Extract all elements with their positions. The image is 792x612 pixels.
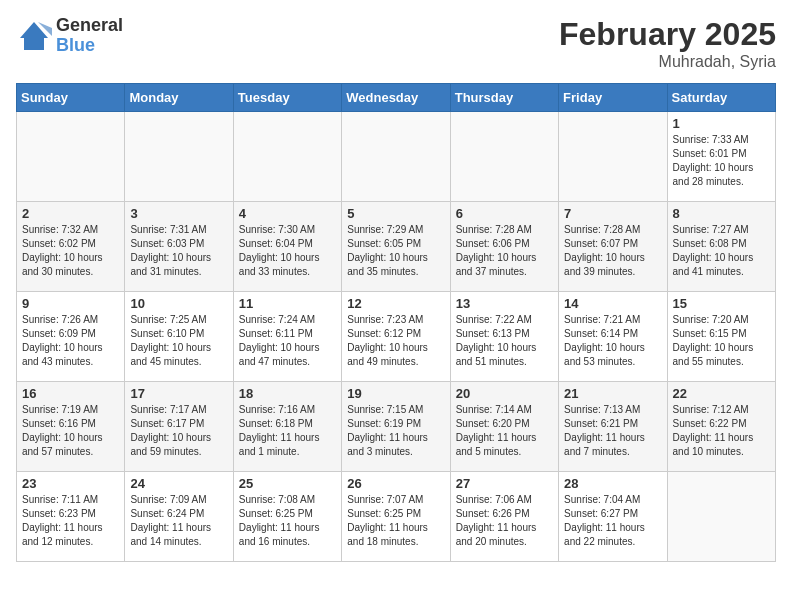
day-info: Sunrise: 7:06 AM Sunset: 6:26 PM Dayligh… — [456, 493, 553, 549]
calendar-cell — [125, 112, 233, 202]
day-header-tuesday: Tuesday — [233, 84, 341, 112]
calendar-cell: 5Sunrise: 7:29 AM Sunset: 6:05 PM Daylig… — [342, 202, 450, 292]
calendar-cell: 1Sunrise: 7:33 AM Sunset: 6:01 PM Daylig… — [667, 112, 775, 202]
day-header-friday: Friday — [559, 84, 667, 112]
day-number: 20 — [456, 386, 553, 401]
day-number: 26 — [347, 476, 444, 491]
day-info: Sunrise: 7:27 AM Sunset: 6:08 PM Dayligh… — [673, 223, 770, 279]
day-info: Sunrise: 7:28 AM Sunset: 6:06 PM Dayligh… — [456, 223, 553, 279]
calendar-cell: 10Sunrise: 7:25 AM Sunset: 6:10 PM Dayli… — [125, 292, 233, 382]
day-number: 23 — [22, 476, 119, 491]
calendar-cell — [559, 112, 667, 202]
day-number: 1 — [673, 116, 770, 131]
calendar-subtitle: Muhradah, Syria — [559, 53, 776, 71]
calendar-cell: 14Sunrise: 7:21 AM Sunset: 6:14 PM Dayli… — [559, 292, 667, 382]
calendar-cell: 23Sunrise: 7:11 AM Sunset: 6:23 PM Dayli… — [17, 472, 125, 562]
day-info: Sunrise: 7:16 AM Sunset: 6:18 PM Dayligh… — [239, 403, 336, 459]
calendar-cell: 6Sunrise: 7:28 AM Sunset: 6:06 PM Daylig… — [450, 202, 558, 292]
logo-icon — [16, 18, 52, 54]
calendar-cell: 15Sunrise: 7:20 AM Sunset: 6:15 PM Dayli… — [667, 292, 775, 382]
day-header-monday: Monday — [125, 84, 233, 112]
day-header-wednesday: Wednesday — [342, 84, 450, 112]
calendar-cell: 17Sunrise: 7:17 AM Sunset: 6:17 PM Dayli… — [125, 382, 233, 472]
calendar-week-0: 1Sunrise: 7:33 AM Sunset: 6:01 PM Daylig… — [17, 112, 776, 202]
day-info: Sunrise: 7:28 AM Sunset: 6:07 PM Dayligh… — [564, 223, 661, 279]
day-number: 27 — [456, 476, 553, 491]
calendar-cell: 19Sunrise: 7:15 AM Sunset: 6:19 PM Dayli… — [342, 382, 450, 472]
day-info: Sunrise: 7:07 AM Sunset: 6:25 PM Dayligh… — [347, 493, 444, 549]
calendar-cell: 11Sunrise: 7:24 AM Sunset: 6:11 PM Dayli… — [233, 292, 341, 382]
day-info: Sunrise: 7:24 AM Sunset: 6:11 PM Dayligh… — [239, 313, 336, 369]
logo-text: General Blue — [56, 16, 123, 56]
calendar-week-2: 9Sunrise: 7:26 AM Sunset: 6:09 PM Daylig… — [17, 292, 776, 382]
day-info: Sunrise: 7:32 AM Sunset: 6:02 PM Dayligh… — [22, 223, 119, 279]
day-number: 9 — [22, 296, 119, 311]
day-number: 22 — [673, 386, 770, 401]
calendar-cell: 27Sunrise: 7:06 AM Sunset: 6:26 PM Dayli… — [450, 472, 558, 562]
day-info: Sunrise: 7:33 AM Sunset: 6:01 PM Dayligh… — [673, 133, 770, 189]
page-header: General Blue February 2025 Muhradah, Syr… — [16, 16, 776, 71]
day-info: Sunrise: 7:11 AM Sunset: 6:23 PM Dayligh… — [22, 493, 119, 549]
calendar-cell: 28Sunrise: 7:04 AM Sunset: 6:27 PM Dayli… — [559, 472, 667, 562]
day-number: 25 — [239, 476, 336, 491]
day-info: Sunrise: 7:19 AM Sunset: 6:16 PM Dayligh… — [22, 403, 119, 459]
day-number: 24 — [130, 476, 227, 491]
day-info: Sunrise: 7:30 AM Sunset: 6:04 PM Dayligh… — [239, 223, 336, 279]
logo: General Blue — [16, 16, 123, 56]
day-info: Sunrise: 7:17 AM Sunset: 6:17 PM Dayligh… — [130, 403, 227, 459]
calendar-cell: 3Sunrise: 7:31 AM Sunset: 6:03 PM Daylig… — [125, 202, 233, 292]
day-number: 14 — [564, 296, 661, 311]
day-number: 3 — [130, 206, 227, 221]
calendar-cell: 13Sunrise: 7:22 AM Sunset: 6:13 PM Dayli… — [450, 292, 558, 382]
calendar-cell — [450, 112, 558, 202]
calendar-cell: 2Sunrise: 7:32 AM Sunset: 6:02 PM Daylig… — [17, 202, 125, 292]
day-info: Sunrise: 7:12 AM Sunset: 6:22 PM Dayligh… — [673, 403, 770, 459]
calendar-table: SundayMondayTuesdayWednesdayThursdayFrid… — [16, 83, 776, 562]
day-number: 12 — [347, 296, 444, 311]
day-header-thursday: Thursday — [450, 84, 558, 112]
day-info: Sunrise: 7:14 AM Sunset: 6:20 PM Dayligh… — [456, 403, 553, 459]
day-number: 18 — [239, 386, 336, 401]
calendar-cell: 7Sunrise: 7:28 AM Sunset: 6:07 PM Daylig… — [559, 202, 667, 292]
day-number: 7 — [564, 206, 661, 221]
day-info: Sunrise: 7:21 AM Sunset: 6:14 PM Dayligh… — [564, 313, 661, 369]
day-info: Sunrise: 7:15 AM Sunset: 6:19 PM Dayligh… — [347, 403, 444, 459]
calendar-cell: 12Sunrise: 7:23 AM Sunset: 6:12 PM Dayli… — [342, 292, 450, 382]
day-info: Sunrise: 7:13 AM Sunset: 6:21 PM Dayligh… — [564, 403, 661, 459]
day-number: 17 — [130, 386, 227, 401]
day-number: 2 — [22, 206, 119, 221]
day-number: 8 — [673, 206, 770, 221]
day-number: 13 — [456, 296, 553, 311]
calendar-cell: 18Sunrise: 7:16 AM Sunset: 6:18 PM Dayli… — [233, 382, 341, 472]
day-info: Sunrise: 7:29 AM Sunset: 6:05 PM Dayligh… — [347, 223, 444, 279]
calendar-cell: 22Sunrise: 7:12 AM Sunset: 6:22 PM Dayli… — [667, 382, 775, 472]
calendar-cell: 9Sunrise: 7:26 AM Sunset: 6:09 PM Daylig… — [17, 292, 125, 382]
logo-blue: Blue — [56, 36, 123, 56]
day-info: Sunrise: 7:23 AM Sunset: 6:12 PM Dayligh… — [347, 313, 444, 369]
calendar-week-4: 23Sunrise: 7:11 AM Sunset: 6:23 PM Dayli… — [17, 472, 776, 562]
day-number: 5 — [347, 206, 444, 221]
day-number: 28 — [564, 476, 661, 491]
day-number: 21 — [564, 386, 661, 401]
calendar-cell: 8Sunrise: 7:27 AM Sunset: 6:08 PM Daylig… — [667, 202, 775, 292]
day-number: 15 — [673, 296, 770, 311]
day-info: Sunrise: 7:22 AM Sunset: 6:13 PM Dayligh… — [456, 313, 553, 369]
calendar-cell: 24Sunrise: 7:09 AM Sunset: 6:24 PM Dayli… — [125, 472, 233, 562]
day-number: 4 — [239, 206, 336, 221]
calendar-cell: 4Sunrise: 7:30 AM Sunset: 6:04 PM Daylig… — [233, 202, 341, 292]
day-info: Sunrise: 7:04 AM Sunset: 6:27 PM Dayligh… — [564, 493, 661, 549]
day-number: 19 — [347, 386, 444, 401]
day-header-sunday: Sunday — [17, 84, 125, 112]
calendar-title: February 2025 — [559, 16, 776, 53]
day-info: Sunrise: 7:20 AM Sunset: 6:15 PM Dayligh… — [673, 313, 770, 369]
day-info: Sunrise: 7:31 AM Sunset: 6:03 PM Dayligh… — [130, 223, 227, 279]
header-row: SundayMondayTuesdayWednesdayThursdayFrid… — [17, 84, 776, 112]
calendar-cell: 20Sunrise: 7:14 AM Sunset: 6:20 PM Dayli… — [450, 382, 558, 472]
calendar-week-1: 2Sunrise: 7:32 AM Sunset: 6:02 PM Daylig… — [17, 202, 776, 292]
calendar-cell: 26Sunrise: 7:07 AM Sunset: 6:25 PM Dayli… — [342, 472, 450, 562]
calendar-cell — [233, 112, 341, 202]
day-header-saturday: Saturday — [667, 84, 775, 112]
day-number: 11 — [239, 296, 336, 311]
day-number: 16 — [22, 386, 119, 401]
day-info: Sunrise: 7:09 AM Sunset: 6:24 PM Dayligh… — [130, 493, 227, 549]
